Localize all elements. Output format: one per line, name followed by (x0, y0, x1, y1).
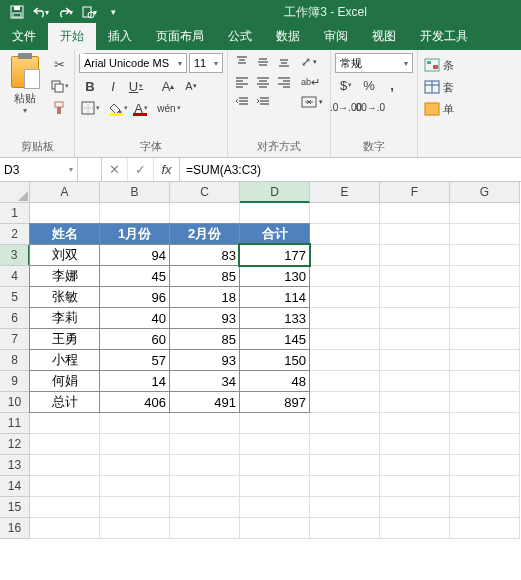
cell[interactable]: 114 (239, 286, 310, 308)
increase-indent-button[interactable] (253, 93, 273, 111)
cell[interactable]: 85 (169, 265, 240, 287)
cell[interactable] (170, 497, 240, 518)
print-preview-icon[interactable]: ▾ (78, 1, 100, 23)
tab-formulas[interactable]: 公式 (216, 23, 264, 50)
cell[interactable]: 48 (239, 370, 310, 392)
cell[interactable]: 93 (169, 349, 240, 371)
cell[interactable] (310, 266, 380, 287)
redo-icon[interactable]: ▾ (54, 1, 76, 23)
conditional-formatting-button[interactable]: 条 (422, 55, 456, 75)
row-header[interactable]: 13 (0, 455, 30, 476)
border-button[interactable]: ▾ (79, 98, 101, 118)
cell[interactable] (380, 224, 450, 245)
increase-font-button[interactable]: A▴ (157, 76, 179, 96)
cell[interactable] (170, 203, 240, 224)
cell[interactable] (380, 203, 450, 224)
phonetic-button[interactable]: wén▾ (158, 98, 180, 118)
percent-format-button[interactable]: % (358, 75, 380, 95)
font-name-select[interactable]: Arial Unicode MS▾ (79, 53, 187, 73)
cell[interactable]: 897 (239, 391, 310, 413)
cell[interactable] (380, 350, 450, 371)
cell[interactable] (240, 434, 310, 455)
merge-center-button[interactable]: ▾ (298, 93, 326, 111)
row-header[interactable]: 4 (0, 266, 30, 287)
chevron-down-icon[interactable]: ▾ (69, 165, 73, 174)
cell[interactable] (310, 224, 380, 245)
chevron-down-icon[interactable]: ▾ (23, 106, 27, 115)
worksheet-grid[interactable]: ABCDEFG12姓名1月份2月份合计3刘双94831774李娜45851305… (0, 182, 521, 539)
cell[interactable] (170, 413, 240, 434)
cell[interactable] (310, 245, 380, 266)
cell[interactable]: 李娜 (29, 265, 100, 287)
cell[interactable] (240, 476, 310, 497)
cell[interactable] (450, 308, 520, 329)
decrease-indent-button[interactable] (232, 93, 252, 111)
tab-view[interactable]: 视图 (360, 23, 408, 50)
cut-button[interactable]: ✂ (48, 55, 70, 73)
cell[interactable]: 总计 (29, 391, 100, 413)
cell[interactable] (100, 518, 170, 539)
chevron-down-icon[interactable]: ▾ (214, 59, 218, 68)
column-header[interactable]: F (380, 182, 450, 203)
paste-button[interactable]: 粘贴 ▾ (4, 53, 46, 137)
cell[interactable] (240, 518, 310, 539)
cell[interactable]: 李莉 (29, 307, 100, 329)
cell[interactable]: 40 (99, 307, 170, 329)
cell[interactable]: 1月份 (99, 223, 170, 245)
tab-file[interactable]: 文件 (0, 23, 48, 50)
cell[interactable]: 145 (239, 328, 310, 350)
column-header[interactable]: G (450, 182, 520, 203)
row-header[interactable]: 9 (0, 371, 30, 392)
cell[interactable] (310, 518, 380, 539)
cell[interactable] (380, 287, 450, 308)
cell[interactable] (100, 476, 170, 497)
cell[interactable] (30, 518, 100, 539)
cell[interactable] (310, 455, 380, 476)
orientation-button[interactable]: ⤢▾ (298, 53, 326, 71)
cell[interactable] (450, 455, 520, 476)
format-painter-button[interactable] (48, 99, 70, 117)
accounting-format-button[interactable]: $▾ (335, 75, 357, 95)
row-header[interactable]: 15 (0, 497, 30, 518)
underline-button[interactable]: U▾ (125, 76, 147, 96)
cell[interactable] (450, 497, 520, 518)
cell[interactable] (30, 455, 100, 476)
cell[interactable]: 姓名 (29, 223, 100, 245)
cell[interactable] (240, 203, 310, 224)
italic-button[interactable]: I (102, 76, 124, 96)
cell[interactable] (30, 203, 100, 224)
cell[interactable]: 177 (239, 244, 310, 266)
cell[interactable]: 王勇 (29, 328, 100, 350)
align-middle-button[interactable] (253, 53, 273, 71)
cell[interactable] (380, 455, 450, 476)
row-header[interactable]: 6 (0, 308, 30, 329)
cell[interactable]: 94 (99, 244, 170, 266)
save-icon[interactable] (6, 1, 28, 23)
cell[interactable] (240, 413, 310, 434)
qat-customize-icon[interactable]: ▾ (102, 1, 124, 23)
cell[interactable] (450, 245, 520, 266)
align-center-button[interactable] (253, 73, 273, 91)
cell[interactable] (380, 392, 450, 413)
row-header[interactable]: 8 (0, 350, 30, 371)
fx-icon[interactable]: fx (154, 158, 180, 181)
cell[interactable] (450, 392, 520, 413)
cell[interactable]: 合计 (239, 223, 310, 245)
tab-page-layout[interactable]: 页面布局 (144, 23, 216, 50)
cell[interactable]: 45 (99, 265, 170, 287)
cell[interactable] (170, 518, 240, 539)
cell[interactable] (170, 434, 240, 455)
cell[interactable]: 张敏 (29, 286, 100, 308)
chevron-down-icon[interactable]: ▾ (404, 59, 408, 68)
column-header[interactable]: A (30, 182, 100, 203)
wrap-text-button[interactable]: ab↵ (298, 73, 326, 91)
column-header[interactable]: C (170, 182, 240, 203)
cell[interactable]: 93 (169, 307, 240, 329)
cell[interactable] (100, 455, 170, 476)
number-format-select[interactable]: 常规▾ (335, 53, 413, 73)
cell[interactable] (450, 476, 520, 497)
cell[interactable] (380, 413, 450, 434)
cell[interactable]: 96 (99, 286, 170, 308)
row-header[interactable]: 3 (0, 245, 30, 266)
cell[interactable]: 60 (99, 328, 170, 350)
